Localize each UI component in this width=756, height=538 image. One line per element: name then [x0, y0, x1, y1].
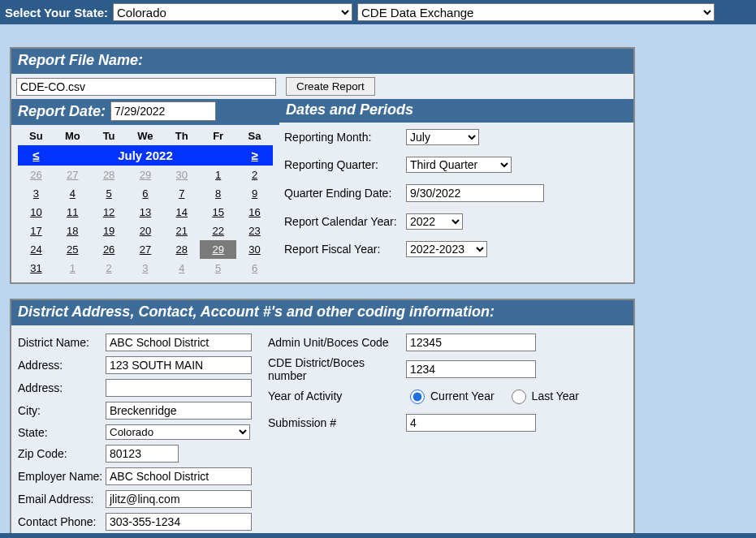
district-name-input[interactable] — [106, 334, 252, 351]
district-info-header: District Address, Contact, Account #'s a… — [11, 300, 633, 325]
calendar-dayname: Th — [163, 127, 200, 145]
reporting-quarter-select[interactable]: Third Quarter — [406, 157, 512, 173]
calendar-day[interactable]: 3 — [18, 184, 54, 203]
address2-input[interactable] — [106, 379, 252, 397]
calendar-dayname: Tu — [91, 127, 127, 145]
submission-label: Submission # — [268, 416, 406, 429]
phone-label: Contact Phone: — [18, 515, 106, 528]
report-file-name-input[interactable] — [16, 78, 276, 96]
calendar-day[interactable]: 25 — [54, 240, 91, 259]
admin-unit-input[interactable] — [406, 334, 536, 351]
calendar-day[interactable]: 10 — [18, 203, 54, 222]
city-input[interactable] — [106, 402, 252, 420]
zip-label: Zip Code: — [18, 447, 106, 460]
calendar-day[interactable]: 6 — [236, 259, 273, 278]
quarter-end-label: Quarter Ending Date: — [284, 187, 406, 200]
cde-district-label: CDE District/Boces number — [268, 356, 406, 382]
calendar-day[interactable]: 27 — [54, 166, 91, 184]
calendar-day[interactable]: 13 — [127, 203, 164, 222]
calendar-day[interactable]: 8 — [200, 184, 236, 203]
cde-district-input[interactable] — [406, 360, 536, 378]
calendar-day[interactable]: 5 — [91, 184, 127, 203]
calendar-day[interactable]: 1 — [200, 166, 236, 184]
calendar-day[interactable]: 12 — [91, 203, 127, 222]
bottom-stripe — [0, 533, 756, 538]
email-label: Email Address: — [18, 493, 106, 506]
data-exchange-select[interactable]: CDE Data Exchange — [357, 3, 715, 21]
calendar-day[interactable]: 15 — [200, 203, 236, 222]
calendar-day[interactable]: 6 — [127, 184, 164, 203]
calendar-day[interactable]: 3 — [127, 259, 164, 278]
calendar-dayname: Su — [18, 127, 54, 145]
phone-input[interactable] — [106, 513, 252, 531]
calendar-day[interactable]: 1 — [54, 259, 91, 278]
calendar-year-label: Report Calendar Year: — [284, 215, 406, 228]
email-input[interactable] — [106, 490, 252, 508]
calendar-day[interactable]: 2 — [91, 259, 127, 278]
calendar-next[interactable]: ≥ — [251, 148, 257, 162]
calendar-day[interactable]: 30 — [236, 240, 273, 259]
calendar-day[interactable]: 28 — [163, 240, 200, 259]
calendar-day[interactable]: 26 — [18, 166, 54, 184]
calendar-day[interactable]: 11 — [54, 203, 91, 222]
state-input[interactable]: Colorado — [106, 424, 250, 440]
calendar-day[interactable]: 5 — [200, 259, 236, 278]
calendar-day[interactable]: 30 — [163, 166, 200, 184]
current-year-radio[interactable] — [410, 390, 425, 404]
district-info-panel: District Address, Contact, Account #'s a… — [10, 299, 635, 538]
last-year-radio[interactable] — [512, 390, 526, 404]
quarter-end-input[interactable] — [406, 184, 544, 202]
city-label: City: — [18, 404, 106, 417]
calendar-day[interactable]: 2 — [236, 166, 273, 184]
calendar-day[interactable]: 22 — [200, 222, 236, 240]
address1-label: Address: — [18, 359, 106, 372]
last-year-radio-label[interactable]: Last Year — [508, 387, 579, 404]
topbar: Select Your State: Colorado CDE Data Exc… — [0, 0, 756, 24]
calendar-day[interactable]: 24 — [18, 240, 54, 259]
calendar-day[interactable]: 20 — [127, 222, 164, 240]
calendar: ≤ July 2022 ≥ SuMoTuWeThFrSa 26272829301… — [18, 127, 273, 278]
reporting-month-select[interactable]: July — [406, 129, 479, 145]
calendar-day[interactable]: 28 — [91, 166, 127, 184]
calendar-prev[interactable]: ≤ — [32, 148, 39, 162]
calendar-day[interactable]: 23 — [236, 222, 273, 240]
calendar-day[interactable]: 29 — [200, 240, 236, 259]
calendar-day[interactable]: 26 — [91, 240, 127, 259]
calendar-day[interactable]: 18 — [54, 222, 91, 240]
submission-input[interactable] — [406, 414, 536, 432]
calendar-day[interactable]: 4 — [54, 184, 91, 203]
calendar-dayname: Sa — [236, 127, 273, 145]
report-date-input[interactable] — [110, 101, 216, 121]
calendar-day[interactable]: 14 — [163, 203, 200, 222]
calendar-day[interactable]: 29 — [127, 166, 164, 184]
fiscal-year-label: Report Fiscal Year: — [284, 243, 406, 256]
calendar-day[interactable]: 27 — [127, 240, 164, 259]
calendar-day[interactable]: 31 — [18, 259, 54, 278]
state-select[interactable]: Colorado — [113, 3, 352, 21]
calendar-dayname: We — [127, 127, 164, 145]
report-settings-panel: Report File Name: Create Report Report D… — [10, 47, 635, 284]
calendar-day[interactable]: 7 — [163, 184, 200, 203]
district-name-label: District Name: — [18, 336, 106, 349]
calendar-day[interactable]: 17 — [18, 222, 54, 240]
calendar-day[interactable]: 4 — [163, 259, 200, 278]
calendar-year-select[interactable]: 2022 — [406, 213, 463, 230]
fiscal-year-select[interactable]: 2022-2023 — [406, 241, 487, 257]
dates-periods-header: Dates and Periods — [279, 99, 633, 123]
state-select-label: Select Your State: — [5, 6, 108, 19]
address1-input[interactable] — [106, 356, 252, 374]
zip-input[interactable] — [106, 445, 179, 463]
calendar-dayname: Fr — [200, 127, 236, 145]
calendar-day[interactable]: 9 — [236, 184, 273, 203]
employer-label: Employer Name: — [18, 470, 106, 483]
calendar-title: July 2022 — [54, 145, 236, 166]
calendar-day[interactable]: 19 — [91, 222, 127, 240]
employer-input[interactable] — [106, 467, 252, 485]
calendar-day[interactable]: 21 — [163, 222, 200, 240]
reporting-month-label: Reporting Month: — [284, 131, 406, 144]
current-year-radio-label[interactable]: Current Year — [406, 387, 495, 404]
address2-label: Address: — [18, 381, 106, 394]
calendar-day[interactable]: 16 — [236, 203, 273, 222]
create-report-button[interactable]: Create Report — [286, 77, 375, 96]
reporting-quarter-label: Reporting Quarter: — [284, 158, 406, 171]
